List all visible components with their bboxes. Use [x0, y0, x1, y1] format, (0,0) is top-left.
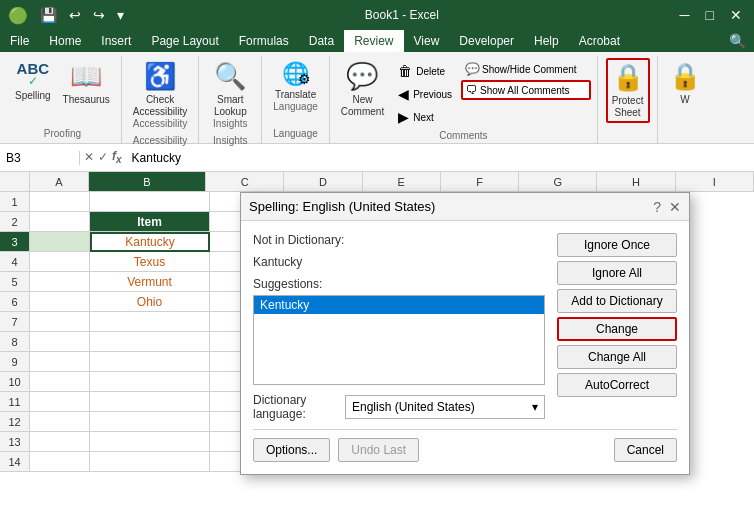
quick-access-toolbar: 💾 ↩ ↪ ▾ — [36, 5, 128, 25]
dialog-titlebar: Spelling: English (United States) ? ✕ — [241, 193, 689, 221]
spreadsheet-area: A B C D E F G H I 1 2 Item 3 — [0, 172, 754, 526]
show-all-label: Show All Comments — [480, 85, 569, 96]
dialog-controls: ? ✕ — [653, 199, 681, 215]
language-group-label: Language — [273, 126, 318, 141]
translate-icon: 🌐⚙ — [282, 61, 309, 87]
title-bar: 🟢 💾 ↩ ↪ ▾ Book1 - Excel ─ □ ✕ — [0, 0, 754, 30]
spelling-dialog: Spelling: English (United States) ? ✕ No… — [240, 192, 690, 475]
proofing-group-label: Proofing — [44, 126, 81, 141]
add-to-dictionary-button[interactable]: Add to Dictionary — [557, 289, 677, 313]
next-label: Next — [413, 112, 434, 123]
ribbon-group-accessibility: ♿ CheckAccessibilityAccessibility Access… — [122, 56, 199, 143]
ribbon-group-insights: 🔍 SmartLookupInsights Insights — [199, 56, 262, 143]
check-accessibility-button[interactable]: ♿ CheckAccessibilityAccessibility — [128, 58, 192, 133]
menu-page-layout[interactable]: Page Layout — [141, 30, 228, 52]
dict-lang-label: Dictionary language: — [253, 393, 337, 421]
insert-function-icon[interactable]: fx — [112, 149, 122, 165]
menu-formulas[interactable]: Formulas — [229, 30, 299, 52]
dialog-footer: Options... Undo Last Cancel — [253, 429, 677, 462]
menu-file[interactable]: File — [0, 30, 39, 52]
window-title: Book1 - Excel — [136, 8, 668, 22]
thesaurus-icon: 📖 — [70, 61, 102, 92]
undo-icon[interactable]: ↩ — [65, 5, 85, 25]
ignore-all-button[interactable]: Ignore All — [557, 261, 677, 285]
dialog-close-icon[interactable]: ✕ — [669, 199, 681, 215]
options-button[interactable]: Options... — [253, 438, 330, 462]
cell-reference-box[interactable]: B3 — [0, 151, 80, 165]
menu-acrobat[interactable]: Acrobat — [569, 30, 630, 52]
spelling-button[interactable]: ABC ✓ Spelling — [10, 58, 56, 105]
redo-icon[interactable]: ↪ — [89, 5, 109, 25]
menu-help[interactable]: Help — [524, 30, 569, 52]
new-comment-icon: 💬 — [346, 61, 378, 92]
confirm-formula-icon[interactable]: ✓ — [98, 150, 108, 164]
ribbon-group-protect: 🔒 ProtectSheet — [598, 56, 658, 143]
suggestions-listbox[interactable]: Kentucky — [253, 295, 545, 385]
cancel-button[interactable]: Cancel — [614, 438, 677, 462]
menu-data[interactable]: Data — [299, 30, 344, 52]
translate-button[interactable]: 🌐⚙ TranslateLanguage — [268, 58, 323, 116]
dialog-main-content: Not in Dictionary: Kantucky Suggestions:… — [253, 233, 677, 429]
previous-comment-button[interactable]: ◀ Previous — [393, 83, 457, 105]
new-comment-button[interactable]: 💬 NewComment — [336, 58, 389, 121]
thesaurus-button[interactable]: 📖 Thesaurus — [58, 58, 115, 109]
not-in-dict-value: Kantucky — [253, 255, 545, 269]
undo-last-button[interactable]: Undo Last — [338, 438, 419, 462]
menu-developer[interactable]: Developer — [449, 30, 524, 52]
menu-bar: File Home Insert Page Layout Formulas Da… — [0, 30, 754, 52]
formula-actions: ✕ ✓ fx — [80, 149, 126, 165]
accessibility-icon: ♿ — [144, 61, 176, 92]
show-hide-comment-button[interactable]: 💬 Show/Hide Comment — [461, 60, 591, 78]
dialog-body: Not in Dictionary: Kantucky Suggestions:… — [241, 221, 689, 474]
maximize-icon[interactable]: □ — [702, 5, 718, 25]
show-all-comments-button[interactable]: 🗨 Show All Comments — [461, 80, 591, 100]
menu-view[interactable]: View — [404, 30, 450, 52]
suggestions-container: Kentucky — [253, 295, 545, 385]
dialog-help-icon[interactable]: ? — [653, 199, 661, 215]
comments-group-label: Comments — [439, 128, 487, 143]
menu-insert[interactable]: Insert — [91, 30, 141, 52]
smart-lookup-icon: 🔍 — [214, 61, 246, 92]
ribbon-group-comments: 💬 NewComment 🗑 Delete ◀ Previous ▶ — [330, 56, 598, 143]
next-comment-button[interactable]: ▶ Next — [393, 106, 457, 128]
extra-icon: 🔒 — [669, 61, 701, 92]
suggestion-item-kentucky[interactable]: Kentucky — [254, 296, 544, 314]
change-button[interactable]: Change — [557, 317, 677, 341]
accessibility-group-label: Accessibility — [133, 133, 187, 148]
delete-label: Delete — [416, 66, 445, 77]
menu-home[interactable]: Home — [39, 30, 91, 52]
next-icon: ▶ — [398, 109, 409, 125]
cancel-formula-icon[interactable]: ✕ — [84, 150, 94, 164]
close-icon[interactable]: ✕ — [726, 5, 746, 25]
extra-button[interactable]: 🔒 W — [664, 58, 706, 109]
ribbon: ABC ✓ Spelling 📖 Thesaurus Proofing ♿ Ch… — [0, 52, 754, 144]
ribbon-group-proofing: ABC ✓ Spelling 📖 Thesaurus Proofing — [4, 56, 122, 143]
speech-bubbles-icon: 🗨 — [466, 83, 478, 97]
autocorrect-button[interactable]: AutoCorrect — [557, 373, 677, 397]
customize-icon[interactable]: ▾ — [113, 5, 128, 25]
search-icon[interactable]: 🔍 — [729, 33, 746, 49]
delete-comment-button[interactable]: 🗑 Delete — [393, 60, 457, 82]
smart-lookup-button[interactable]: 🔍 SmartLookupInsights — [205, 58, 255, 133]
change-all-button[interactable]: Change All — [557, 345, 677, 369]
dialog-left-content: Not in Dictionary: Kantucky Suggestions:… — [253, 233, 545, 429]
translate-label: TranslateLanguage — [273, 89, 318, 113]
save-icon[interactable]: 💾 — [36, 5, 61, 25]
new-comment-label: NewComment — [341, 94, 384, 118]
excel-logo-icon: 🟢 — [8, 6, 28, 25]
ribbon-group-language: 🌐⚙ TranslateLanguage Language — [262, 56, 330, 143]
speech-bubble-icon: 💬 — [465, 62, 480, 76]
smart-lookup-label: SmartLookupInsights — [213, 94, 247, 130]
dialog-right-buttons: Ignore Once Ignore All Add to Dictionary… — [557, 233, 677, 429]
ignore-once-button[interactable]: Ignore Once — [557, 233, 677, 257]
dict-lang-select[interactable]: English (United States) ▾ — [345, 395, 545, 419]
dict-lang-row: Dictionary language: English (United Sta… — [253, 393, 545, 421]
minimize-icon[interactable]: ─ — [676, 5, 694, 25]
not-in-dict-label: Not in Dictionary: — [253, 233, 383, 247]
suggestions-label: Suggestions: — [253, 277, 545, 291]
check-accessibility-label: CheckAccessibilityAccessibility — [133, 94, 187, 130]
menu-review[interactable]: Review — [344, 30, 403, 52]
spelling-icon: ABC ✓ — [17, 61, 50, 88]
protect-sheet-button[interactable]: 🔒 ProtectSheet — [606, 58, 650, 123]
formula-input[interactable]: Kantucky — [126, 151, 754, 165]
